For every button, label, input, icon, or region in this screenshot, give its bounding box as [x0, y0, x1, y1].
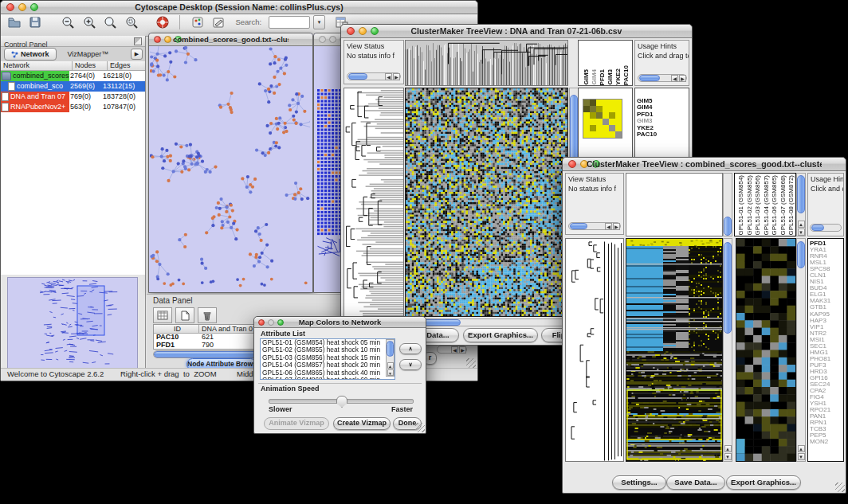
- scroll-up-arrow[interactable]: ▲: [798, 445, 805, 452]
- network-overview-panel[interactable]: [7, 277, 138, 369]
- create-vizmap-button[interactable]: Create Vizmap: [333, 417, 391, 430]
- gene-label[interactable]: RPN1: [810, 420, 843, 426]
- scroll-thumb[interactable]: [570, 223, 587, 229]
- scroll-left-arrow[interactable]: ◀: [671, 75, 678, 82]
- gene-label[interactable]: PHO81: [810, 356, 843, 362]
- scroll-thumb[interactable]: [797, 175, 805, 213]
- tv2-heatmap-vscroll[interactable]: ▲ ▼: [723, 238, 732, 462]
- dialog-attribute-list[interactable]: GPL51-01 (GSM854) heat shock 05 minGPL51…: [260, 338, 395, 380]
- scroll-right-arrow[interactable]: ▶: [613, 223, 620, 230]
- scroll-up-arrow[interactable]: ▲: [798, 221, 805, 228]
- gene-label[interactable]: CLN1: [810, 272, 843, 279]
- minimize-button[interactable]: [268, 319, 274, 326]
- usage-hints-hscroll[interactable]: [810, 224, 842, 232]
- gene-label[interactable]: BUD4: [810, 285, 843, 291]
- network-table-row[interactable]: combined_scores 2764(0) 16218(0): [1, 71, 145, 81]
- resize-grip[interactable]: [415, 423, 425, 432]
- scroll-thumb[interactable]: [724, 242, 732, 334]
- scroll-thumb[interactable]: [724, 217, 732, 236]
- scroll-down-arrow[interactable]: ▼: [387, 369, 394, 376]
- gene-label[interactable]: TCB3: [810, 426, 843, 432]
- scroll-right-arrow[interactable]: ▶: [393, 73, 400, 80]
- gene-label[interactable]: MAK31: [810, 298, 843, 304]
- main-titlebar[interactable]: Cytoscape Desktop (Session Name: collins…: [1, 1, 477, 14]
- view-status-hscroll[interactable]: ◀ ▶: [568, 222, 621, 230]
- gene-label[interactable]: YRA1: [810, 247, 843, 253]
- scroll-thumb[interactable]: [811, 225, 824, 231]
- gene-label[interactable]: MON2: [810, 439, 843, 445]
- close-button[interactable]: [347, 27, 355, 35]
- network-table-row[interactable]: RNAPuberNov2+ 563(0) 107847(0): [1, 102, 145, 112]
- zoom-in-icon[interactable]: [82, 15, 96, 29]
- gene-label[interactable]: PAC10: [637, 131, 689, 138]
- save-data-button[interactable]: Save Data...: [666, 475, 725, 490]
- dialog-titlebar[interactable]: Map Colors to Network: [254, 317, 426, 328]
- select-attributes-icon[interactable]: [153, 307, 172, 323]
- minimize-button[interactable]: [329, 36, 336, 43]
- zoom-fit-icon[interactable]: [103, 15, 117, 29]
- gene-label[interactable]: GIM5: [637, 98, 689, 104]
- scroll-right-arrow[interactable]: ▶: [459, 346, 466, 354]
- tv2-heatmap[interactable]: [626, 238, 723, 462]
- scroll-up-arrow[interactable]: ▲: [387, 362, 394, 369]
- attribute-list-item[interactable]: GPL51-07 (GSM868) heat shock 60 min: [262, 377, 395, 380]
- export-graphics-button[interactable]: Export Graphics...: [463, 328, 538, 342]
- tv1-row-dendrogram[interactable]: [344, 88, 404, 317]
- gene-label[interactable]: RPO21: [810, 407, 843, 413]
- gene-label[interactable]: GIM3: [637, 118, 689, 124]
- zoom-out-icon[interactable]: [61, 15, 75, 29]
- settings-button[interactable]: Settings...: [612, 475, 666, 490]
- scroll-down-arrow[interactable]: ▼: [724, 453, 732, 460]
- move-down-button[interactable]: ∨: [399, 359, 422, 370]
- export-graphics-button[interactable]: Export Graphics...: [726, 475, 801, 490]
- col-header-edges[interactable]: Edges: [108, 61, 145, 71]
- attribute-list-vscroll[interactable]: ▲ ▼: [386, 339, 395, 377]
- network-overview-icon[interactable]: [190, 15, 205, 29]
- gene-label[interactable]: NTR2: [810, 330, 843, 337]
- gene-label[interactable]: VIP1: [810, 324, 843, 330]
- scroll-left-arrow[interactable]: ◀: [385, 73, 392, 80]
- tv1-heatmap[interactable]: [405, 88, 568, 317]
- resize-grip[interactable]: [466, 358, 476, 368]
- gene-label[interactable]: HMG1: [810, 350, 843, 356]
- network1-titlebar[interactable]: combined_scores_good.txt--cluste...: [149, 33, 312, 46]
- network1-canvas[interactable]: [150, 46, 310, 290]
- gene-label[interactable]: CPA2: [810, 388, 843, 394]
- resize-grip[interactable]: [835, 483, 845, 492]
- help-lifering-icon[interactable]: [155, 15, 170, 29]
- minimize-button[interactable]: [164, 36, 171, 43]
- gene-label[interactable]: PFD1: [637, 111, 689, 118]
- gene-label[interactable]: RNR4: [810, 253, 843, 260]
- network-table-row[interactable]: DNA and Tran 07 769(0) 183728(0): [1, 92, 145, 102]
- tv2-heatmap-vscroll-top[interactable]: ▲: [723, 173, 732, 236]
- slider-thumb[interactable]: [336, 396, 347, 408]
- float-panel-icon[interactable]: [134, 37, 142, 45]
- tv2-zoom-heatmap[interactable]: [736, 238, 796, 462]
- treeview2-titlebar[interactable]: ClusterMaker TreeView : combined_scores_…: [563, 158, 846, 171]
- gene-label[interactable]: YSH1: [810, 400, 843, 407]
- scroll-down-arrow[interactable]: ▼: [798, 453, 805, 460]
- gene-label[interactable]: NIS1: [810, 279, 843, 285]
- close-button[interactable]: [6, 3, 14, 11]
- tv1-zoom-heatmap[interactable]: [583, 99, 622, 139]
- tv2-genes-vscroll[interactable]: ▲ ▼: [796, 238, 806, 462]
- col-header-nodes[interactable]: Nodes: [73, 61, 108, 71]
- save-icon[interactable]: [28, 15, 42, 29]
- scroll-up-arrow[interactable]: ▲: [724, 445, 732, 452]
- animation-speed-slider[interactable]: [269, 399, 414, 404]
- delete-attribute-icon[interactable]: [198, 307, 217, 323]
- gene-label[interactable]: YKE2: [637, 125, 689, 131]
- tab-vizmapper[interactable]: VizMapper™: [68, 50, 109, 58]
- zoom-selected-icon[interactable]: [124, 15, 139, 29]
- new-attribute-icon[interactable]: [175, 307, 194, 323]
- close-button[interactable]: [154, 36, 161, 43]
- gene-label[interactable]: PEP5: [810, 432, 843, 439]
- usage-hints-hscroll[interactable]: ◀ ▶: [638, 74, 687, 82]
- gene-label[interactable]: KAP95: [810, 311, 843, 318]
- gene-label[interactable]: SEC24: [810, 381, 843, 388]
- close-button[interactable]: [319, 36, 326, 43]
- gene-label[interactable]: GIM4: [637, 104, 689, 111]
- network-table-row[interactable]: combined_sco 2569(6) 13112(15): [1, 81, 145, 92]
- data-panel-right-hscrollbar[interactable]: ◀ ▶: [437, 346, 467, 354]
- tab-network[interactable]: Network: [4, 48, 57, 61]
